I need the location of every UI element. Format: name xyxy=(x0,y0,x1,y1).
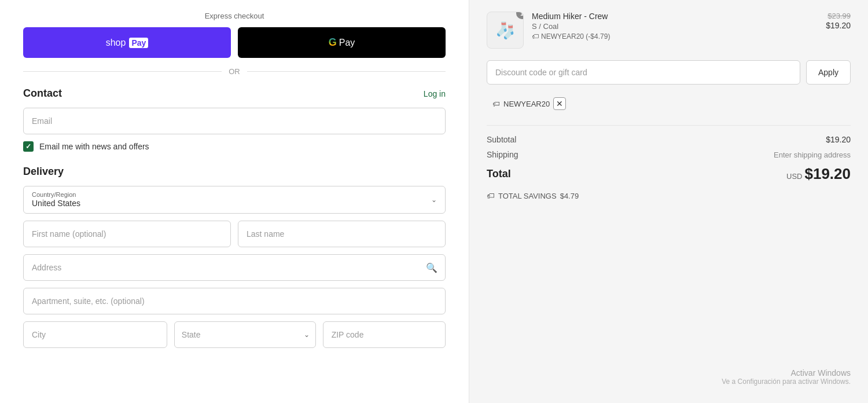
product-prices: $23.99 $19.20 xyxy=(826,12,851,31)
state-chevron-icon: ⌄ xyxy=(304,331,310,339)
applied-discount-icon: 🏷 xyxy=(492,100,500,108)
gpay-pay-text: Pay xyxy=(339,38,355,48)
contact-title: Contact xyxy=(23,87,62,100)
express-checkout-label: Express checkout xyxy=(23,12,446,20)
or-text: OR xyxy=(229,67,240,76)
left-panel: Express checkout shop Pay G Pay OR Conta… xyxy=(0,0,469,403)
address-search-icon: 🔍 xyxy=(426,262,437,273)
zip-field[interactable] xyxy=(323,321,446,348)
product-image-wrapper: 1 🧦 xyxy=(487,12,524,49)
savings-icon: 🏷 xyxy=(487,191,495,200)
product-discount-tag: 🏷 NEWYEAR20 (-$4.79) xyxy=(532,32,818,41)
gpay-g-letter: G xyxy=(329,36,337,49)
city-state-zip-row: State ⌄ xyxy=(23,321,446,348)
apartment-field[interactable] xyxy=(23,288,446,314)
total-currency: USD xyxy=(786,172,802,181)
product-row: 1 🧦 Medium Hiker - Crew S / Coal 🏷 NEWYE… xyxy=(487,12,851,49)
applied-discount-code: NEWYEAR20 xyxy=(503,100,550,108)
first-name-field[interactable] xyxy=(23,221,231,247)
name-row xyxy=(23,221,446,247)
totals-section: Subtotal $19.20 Shipping Enter shipping … xyxy=(487,125,851,200)
subtotal-row: Subtotal $19.20 xyxy=(487,135,851,144)
discount-row: Apply xyxy=(487,60,851,85)
activate-windows-title: Activar Windows xyxy=(722,368,851,378)
total-value: $19.20 xyxy=(804,165,851,183)
shipping-label: Shipping xyxy=(487,150,518,159)
product-badge: 1 xyxy=(516,12,524,19)
shipping-row: Shipping Enter shipping address xyxy=(487,150,851,159)
activate-windows-desc: Ve a Configuración para activar Windows. xyxy=(722,378,851,386)
savings-amount: $4.79 xyxy=(560,192,579,200)
address-field[interactable] xyxy=(23,254,446,281)
product-name: Medium Hiker - Crew xyxy=(532,12,818,21)
original-price: $23.99 xyxy=(826,12,851,20)
city-field[interactable] xyxy=(23,321,167,348)
applied-discount-tag: 🏷 NEWYEAR20 ✕ xyxy=(487,94,572,113)
total-value-wrapper: USD $19.20 xyxy=(786,165,851,183)
email-field[interactable] xyxy=(23,108,446,134)
login-link[interactable]: Log in xyxy=(424,89,446,98)
subtotal-label: Subtotal xyxy=(487,135,516,144)
or-divider: OR xyxy=(23,67,446,76)
last-name-field[interactable] xyxy=(238,221,446,247)
country-region-select[interactable]: Country/Region United States ⌄ xyxy=(23,186,446,214)
product-sock-icon: 🧦 xyxy=(495,21,516,40)
discount-input[interactable] xyxy=(487,60,800,85)
apply-button[interactable]: Apply xyxy=(806,60,851,85)
remove-discount-button[interactable]: ✕ xyxy=(553,97,566,110)
express-buttons: shop Pay G Pay xyxy=(23,27,446,58)
email-consent-label: Email me with news and offers xyxy=(39,142,149,151)
product-discount-text: NEWYEAR20 (-$4.79) xyxy=(541,32,610,41)
shop-pay-shop-text: shop xyxy=(106,38,126,48)
country-region-value: United States xyxy=(32,199,80,208)
activate-windows-watermark: Activar Windows Ve a Configuración para … xyxy=(722,368,851,386)
product-variant: S / Coal xyxy=(532,22,818,31)
subtotal-value: $19.20 xyxy=(826,135,851,144)
country-chevron-icon: ⌄ xyxy=(431,196,437,204)
shop-pay-button[interactable]: shop Pay xyxy=(23,27,231,58)
total-label: Total xyxy=(487,168,511,180)
address-wrapper: 🔍 xyxy=(23,254,446,281)
product-info: Medium Hiker - Crew S / Coal 🏷 NEWYEAR20… xyxy=(532,12,818,41)
shipping-value: Enter shipping address xyxy=(774,151,851,159)
email-consent-row: Email me with news and offers xyxy=(23,141,446,152)
right-panel: 1 🧦 Medium Hiker - Crew S / Coal 🏷 NEWYE… xyxy=(469,0,868,403)
country-region-label: Country/Region xyxy=(32,191,422,198)
delivery-title: Delivery xyxy=(23,166,446,178)
discount-tag-icon: 🏷 xyxy=(532,32,539,41)
shop-pay-pay-text: Pay xyxy=(129,38,148,48)
current-price: $19.20 xyxy=(826,21,851,30)
savings-label: TOTAL SAVINGS xyxy=(498,192,557,200)
state-select-wrapper[interactable]: State ⌄ xyxy=(174,321,316,348)
state-select[interactable]: State xyxy=(182,330,308,339)
savings-row: 🏷 TOTAL SAVINGS $4.79 xyxy=(487,191,851,200)
contact-section-header: Contact Log in xyxy=(23,87,446,100)
google-pay-button[interactable]: G Pay xyxy=(238,27,446,58)
email-consent-checkbox[interactable] xyxy=(23,141,34,152)
total-row: Total USD $19.20 xyxy=(487,165,851,183)
